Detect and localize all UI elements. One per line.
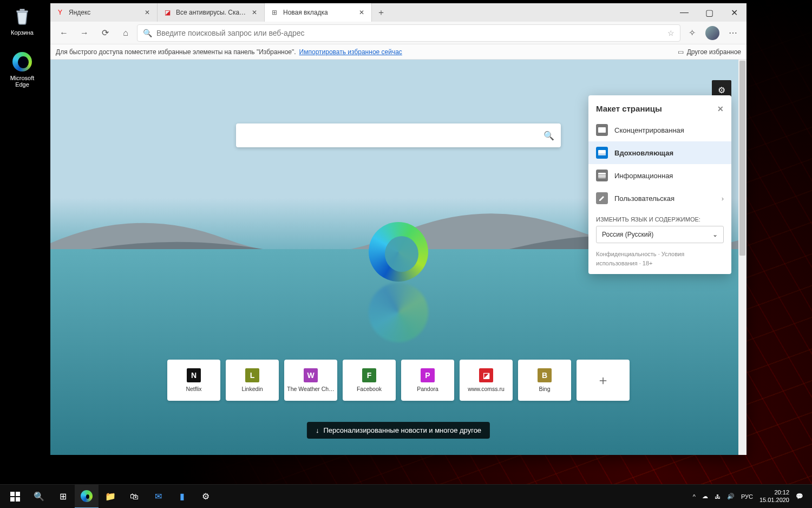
tile-icon: ◪ <box>479 368 493 382</box>
tab-yandex[interactable]: Y Яндекс ✕ <box>50 3 158 22</box>
close-button[interactable]: ✕ <box>722 3 746 22</box>
taskbar-search[interactable]: 🔍 <box>27 485 51 509</box>
layout-option-inspirational[interactable]: Вдохновляющая <box>588 141 731 164</box>
chevron-down-icon: ↓ <box>316 426 319 434</box>
search-icon[interactable]: 🔍 <box>543 131 554 141</box>
favorites-button[interactable]: ✧ <box>683 24 701 42</box>
back-button[interactable]: ← <box>55 24 73 42</box>
taskbar-store[interactable]: 🛍 <box>122 485 146 509</box>
favicon-icon: ⊞ <box>270 8 279 17</box>
layout-icon <box>596 192 608 204</box>
taskbar-app[interactable]: ▮ <box>170 485 194 509</box>
tray-clock[interactable]: 20:12 15.01.2020 <box>759 489 789 503</box>
tile-comss[interactable]: ◪www.comss.ru <box>460 360 513 401</box>
minimize-button[interactable]: — <box>672 3 697 22</box>
profile-button[interactable] <box>703 24 722 42</box>
quick-links: NNetflix LLinkedin WThe Weather Ch… FFac… <box>167 360 630 401</box>
address-input[interactable] <box>156 29 663 37</box>
taskbar-settings[interactable]: ⚙ <box>194 485 218 509</box>
maximize-button[interactable]: ▢ <box>697 3 722 22</box>
tray-language[interactable]: РУС <box>741 493 753 500</box>
tile-bing[interactable]: BBing <box>518 360 571 401</box>
taskbar-mail[interactable]: ✉ <box>146 485 170 509</box>
tab-close-icon[interactable]: ✕ <box>357 8 366 17</box>
tab-title: Все антивирусы. Скачать беспл <box>176 9 246 16</box>
refresh-button[interactable]: ⟳ <box>96 24 114 42</box>
edge-icon <box>11 51 33 73</box>
tile-label: Bing <box>539 386 550 392</box>
panel-footer: Конфиденциальность · Условия использован… <box>588 243 731 268</box>
desktop-icon-label: Microsoft Edge <box>3 75 41 88</box>
desktop-icon-edge[interactable]: Microsoft Edge <box>3 51 41 88</box>
tray-chevron-icon[interactable]: ^ <box>693 493 696 500</box>
home-button[interactable]: ⌂ <box>116 24 135 42</box>
system-tray: ^ ☁ 🖧 🔊 РУС 20:12 15.01.2020 💬 <box>693 489 809 503</box>
tile-label: Facebook <box>357 386 382 392</box>
layout-option-label: Вдохновляющая <box>614 149 673 157</box>
layout-option-focused[interactable]: Сконцентрированная <box>588 119 731 141</box>
new-tab-button[interactable]: ＋ <box>372 3 390 22</box>
tile-netflix[interactable]: NNetflix <box>167 360 220 401</box>
layout-panel: Макет страницы ✕ Сконцентрированная Вдох… <box>588 95 731 274</box>
tile-label: Pandora <box>417 386 438 392</box>
tray-onedrive-icon[interactable]: ☁ <box>702 493 708 500</box>
task-view-button[interactable]: ⊞ <box>51 485 75 509</box>
tab-title: Новая вкладка <box>283 9 353 16</box>
language-select[interactable]: Россия (Русский) ⌄ <box>596 226 724 243</box>
tile-add[interactable]: ＋ <box>577 360 630 401</box>
app-icon: ▮ <box>180 491 185 502</box>
ntp-search-box[interactable]: 🔍 <box>236 123 561 147</box>
tab-newtab[interactable]: ⊞ Новая вкладка ✕ <box>265 3 372 22</box>
language-section-label: ИЗМЕНИТЬ ЯЗЫК И СОДЕРЖИМОЕ: <box>588 210 731 226</box>
tab-close-icon[interactable]: ✕ <box>143 8 152 17</box>
browser-window: Y Яндекс ✕ ◪ Все антивирусы. Скачать бес… <box>50 3 746 455</box>
personalized-news-button[interactable]: ↓ Персонализированные новости и многое д… <box>307 422 490 439</box>
desktop-icons: Корзина Microsoft Edge <box>3 5 41 88</box>
tile-weather[interactable]: WThe Weather Ch… <box>284 360 337 401</box>
tile-label: www.comss.ru <box>468 386 505 392</box>
privacy-link[interactable]: Конфиденциальность <box>596 251 657 257</box>
folder-icon: 📁 <box>105 491 116 502</box>
other-favorites-button[interactable]: ▭ Другое избранное <box>678 48 741 56</box>
scrollbar[interactable] <box>738 60 746 455</box>
tab-strip: Y Яндекс ✕ ◪ Все антивирусы. Скачать бес… <box>50 3 672 22</box>
tile-pandora[interactable]: PPandora <box>401 360 454 401</box>
start-button[interactable] <box>3 485 27 509</box>
favorite-star-icon[interactable]: ☆ <box>667 29 675 37</box>
layout-icon <box>596 170 608 181</box>
tray-network-icon[interactable]: 🖧 <box>715 493 721 500</box>
other-favorites-label: Другое избранное <box>687 48 741 56</box>
tile-linkedin[interactable]: LLinkedin <box>226 360 279 401</box>
svg-rect-9 <box>16 497 20 502</box>
address-bar[interactable]: 🔍 ☆ <box>137 24 680 42</box>
import-favorites-link[interactable]: Импортировать избранное сейчас <box>299 48 402 56</box>
tab-close-icon[interactable]: ✕ <box>250 8 259 17</box>
desktop: Корзина Microsoft Edge Y Яндекс ✕ ◪ Все … <box>0 0 812 508</box>
language-value: Россия (Русский) <box>602 231 653 238</box>
svg-rect-4 <box>598 174 606 175</box>
forward-button[interactable]: → <box>75 24 94 42</box>
panel-close-icon[interactable]: ✕ <box>717 105 724 113</box>
desktop-icon-recycle-bin[interactable]: Корзина <box>3 5 41 36</box>
taskbar-explorer[interactable]: 📁 <box>99 485 122 509</box>
tab-antivirus[interactable]: ◪ Все антивирусы. Скачать беспл ✕ <box>158 3 265 22</box>
tile-facebook[interactable]: FFacebook <box>343 360 396 401</box>
recycle-bin-icon <box>11 5 33 27</box>
task-view-icon: ⊞ <box>60 491 67 502</box>
mail-icon: ✉ <box>155 491 162 502</box>
tray-notifications-icon[interactable]: 💬 <box>796 493 803 500</box>
menu-button[interactable]: ⋯ <box>724 24 742 42</box>
layout-option-informational[interactable]: Информационная <box>588 164 731 187</box>
tile-label: The Weather Ch… <box>287 386 334 392</box>
panel-title: Макет страницы <box>596 104 662 113</box>
tray-volume-icon[interactable]: 🔊 <box>727 493 735 500</box>
folder-icon: ▭ <box>678 48 684 56</box>
gear-icon: ⚙ <box>202 491 209 502</box>
scrollbar-thumb[interactable] <box>739 61 745 256</box>
ntp-search-input[interactable] <box>243 131 543 140</box>
svg-rect-7 <box>16 492 20 496</box>
taskbar-edge[interactable] <box>75 485 99 509</box>
tab-title: Яндекс <box>69 9 139 16</box>
layout-option-custom[interactable]: Пользовательская › <box>588 187 731 210</box>
chevron-down-icon: ⌄ <box>712 231 718 238</box>
